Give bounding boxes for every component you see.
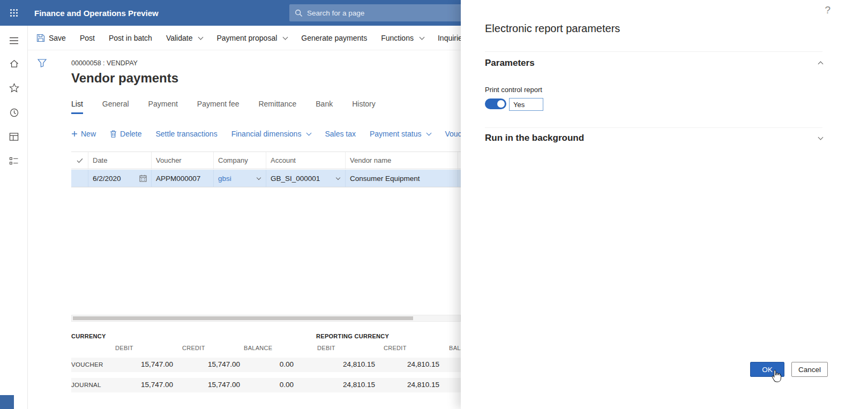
calendar-icon[interactable] xyxy=(139,175,147,182)
section-divider xyxy=(485,51,822,52)
tab-bank[interactable]: Bank xyxy=(316,100,333,114)
chevron-down-icon[interactable] xyxy=(336,176,340,180)
record-identifier: 00000058 : VENDPAY xyxy=(71,59,138,67)
star-icon xyxy=(9,83,19,93)
cell-voucher[interactable]: APPM000007 xyxy=(152,170,214,187)
hamburger-icon xyxy=(9,37,19,44)
nav-recent-button[interactable] xyxy=(0,105,28,120)
validate-menu-button[interactable]: Validate xyxy=(166,34,203,42)
run-in-background-section-header[interactable]: Run in the background xyxy=(485,133,822,143)
page-search[interactable] xyxy=(289,4,463,21)
generate-payments-button[interactable]: Generate payments xyxy=(301,34,367,42)
form-tabs: List General Payment Payment fee Remitta… xyxy=(71,100,376,114)
tab-remittance[interactable]: Remittance xyxy=(258,100,296,114)
chevron-down-icon[interactable] xyxy=(257,176,261,180)
chevron-up-icon xyxy=(818,61,824,66)
sales-tax-button[interactable]: Sales tax xyxy=(325,130,356,138)
cell-company[interactable]: gbsi xyxy=(214,170,266,187)
select-all-column-header[interactable] xyxy=(71,152,88,169)
cell-vendor-name[interactable]: Consumer Equipment xyxy=(346,170,458,187)
voucher-value: APPM000007 xyxy=(156,175,200,183)
company-link[interactable]: gbsi xyxy=(218,175,231,183)
filter-icon xyxy=(38,59,47,67)
cancel-button[interactable]: Cancel xyxy=(791,362,828,377)
column-header-vendor-name[interactable]: Vendor name xyxy=(346,152,458,169)
voucher-balance: 0.00 xyxy=(235,360,294,368)
functions-menu-button[interactable]: Functions xyxy=(381,34,424,42)
chevron-down-icon xyxy=(426,131,432,136)
print-control-report-label: Print control report xyxy=(485,86,542,94)
column-header-account[interactable]: Account xyxy=(266,152,346,169)
nav-menu-button[interactable] xyxy=(0,33,28,48)
scrollbar-thumb[interactable] xyxy=(73,316,413,320)
journal-credit: 15,747.00 xyxy=(181,381,240,389)
toggle-value-field[interactable]: Yes xyxy=(509,98,543,111)
grid-horizontal-scrollbar[interactable] xyxy=(71,315,461,322)
reporting-credit-header: CREDIT xyxy=(384,345,407,351)
plus-icon xyxy=(71,131,78,137)
nav-workspaces-button[interactable] xyxy=(0,129,28,144)
app-title: Finance and Operations Preview xyxy=(34,9,159,18)
left-nav-rail xyxy=(0,26,28,409)
journal-reporting-credit: 24,810.15 xyxy=(380,381,439,389)
date-value: 6/2/2020 xyxy=(93,175,121,183)
row-select-cell[interactable] xyxy=(71,170,88,187)
sales-tax-label: Sales tax xyxy=(325,130,356,138)
save-button[interactable]: Save xyxy=(36,34,66,42)
tab-list[interactable]: List xyxy=(71,100,83,114)
journal-balance: 0.00 xyxy=(235,381,294,389)
parameters-section-header[interactable]: Parameters xyxy=(485,58,822,69)
column-header-company[interactable]: Company xyxy=(214,152,266,169)
chevron-down-icon xyxy=(283,34,288,40)
financial-dimensions-menu-button[interactable]: Financial dimensions xyxy=(231,130,311,138)
delete-button[interactable]: Delete xyxy=(110,130,141,138)
voucher-debit: 15,747.00 xyxy=(114,360,173,368)
account-value: GB_SI_000001 xyxy=(271,175,320,183)
tab-history[interactable]: History xyxy=(352,100,376,114)
post-label: Post xyxy=(80,34,95,42)
payment-proposal-menu-button[interactable]: Payment proposal xyxy=(216,34,287,42)
new-button[interactable]: New xyxy=(71,130,96,138)
validate-label: Validate xyxy=(166,34,193,42)
settle-transactions-button[interactable]: Settle transactions xyxy=(155,130,217,138)
save-label: Save xyxy=(49,34,66,42)
ok-button[interactable]: OK xyxy=(750,362,784,377)
post-button[interactable]: Post xyxy=(80,34,95,42)
search-icon xyxy=(295,9,303,17)
chevron-down-icon xyxy=(818,135,824,140)
print-control-toggle[interactable] xyxy=(485,99,506,109)
settle-transactions-label: Settle transactions xyxy=(155,130,217,138)
filter-button[interactable] xyxy=(38,59,47,70)
tab-payment[interactable]: Payment xyxy=(148,100,178,114)
nav-favorites-button[interactable] xyxy=(0,80,28,95)
vendor-name-value: Consumer Equipment xyxy=(350,175,420,183)
clock-icon xyxy=(9,108,19,118)
nav-modules-button[interactable] xyxy=(0,154,28,169)
cell-account[interactable]: GB_SI_000001 xyxy=(266,170,346,187)
balance-header: BALANCE xyxy=(244,345,272,351)
voucher-reporting-debit: 24,810.15 xyxy=(316,360,375,368)
page-title: Vendor payments xyxy=(71,71,178,86)
column-header-date[interactable]: Date xyxy=(88,152,152,169)
toggle-knob xyxy=(497,100,505,108)
column-header-voucher[interactable]: Voucher xyxy=(152,152,214,169)
journal-debit: 15,747.00 xyxy=(114,381,173,389)
cell-date[interactable]: 6/2/2020 xyxy=(88,170,152,187)
search-input[interactable] xyxy=(307,9,446,17)
currency-section-label: CURRENCY xyxy=(71,333,106,339)
help-icon[interactable]: ? xyxy=(825,4,830,16)
grid-action-strip: New Delete Settle transactions Financial… xyxy=(71,130,473,138)
reporting-currency-section-label: REPORTING CURRENCY xyxy=(316,333,389,339)
voucher-credit: 15,747.00 xyxy=(181,360,240,368)
tab-payment-fee[interactable]: Payment fee xyxy=(197,100,240,114)
tab-general[interactable]: General xyxy=(102,100,129,114)
payment-status-menu-button[interactable]: Payment status xyxy=(370,130,431,138)
app-launcher-button[interactable] xyxy=(0,0,28,26)
nav-home-button[interactable] xyxy=(0,56,28,71)
post-in-batch-button[interactable]: Post in batch xyxy=(109,34,152,42)
payment-proposal-label: Payment proposal xyxy=(216,34,277,42)
panel-title: Electronic report parameters xyxy=(485,22,620,35)
waffle-icon xyxy=(10,9,18,17)
new-label: New xyxy=(81,130,96,138)
home-icon xyxy=(9,59,19,69)
